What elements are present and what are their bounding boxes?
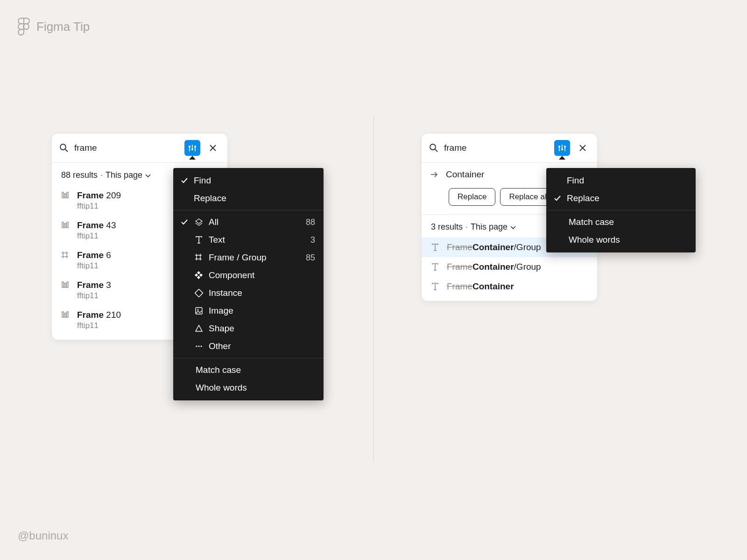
menu-item-replace[interactable]: Replace [173, 189, 324, 207]
menu-divider [546, 210, 696, 210]
text-icon [431, 243, 440, 252]
result-item[interactable]: FrameContainer/Group [422, 257, 597, 277]
menu-filter-all[interactable]: All88 [173, 213, 324, 231]
search-row: frame [422, 133, 597, 163]
result-title: Frame 209 [77, 190, 121, 201]
result-item[interactable]: FrameContainer [422, 277, 597, 296]
footer-credit: @buninux [18, 529, 68, 542]
close-button[interactable] [206, 141, 220, 155]
dots-icon [194, 342, 204, 350]
result-subtitle: fftip11 [77, 231, 116, 241]
search-icon [59, 143, 69, 153]
menu-item-replace[interactable]: Replace [546, 189, 696, 207]
frame-icon [61, 251, 70, 260]
menu-item-find[interactable]: Find [173, 172, 324, 189]
vertical-divider [374, 117, 374, 462]
menu-filter-instance[interactable]: Instance [173, 284, 324, 302]
search-input[interactable]: frame [74, 143, 179, 153]
results-count: 88 results [61, 170, 98, 180]
shape-icon [194, 324, 204, 333]
menu-option-whole-words[interactable]: Whole words [173, 379, 324, 397]
result-subtitle: fftip11 [77, 291, 111, 301]
menu-filter-image[interactable]: Image [173, 302, 324, 320]
menu-divider [173, 210, 324, 210]
text-icon [194, 236, 204, 244]
replace-filter-menu: FindReplace Match caseWhole words [546, 168, 696, 252]
menu-option-whole-words[interactable]: Whole words [546, 231, 696, 249]
component-icon [194, 271, 204, 280]
menu-option-match-case[interactable]: Match case [173, 361, 324, 379]
scope-selector[interactable]: This page [106, 170, 151, 180]
close-button[interactable] [576, 141, 590, 155]
result-title: Frame 3 [77, 280, 111, 290]
result-title: Frame 210 [77, 310, 121, 320]
bars-icon [61, 191, 70, 201]
frame-icon [194, 253, 204, 262]
text-icon [431, 263, 440, 272]
search-icon [429, 143, 438, 153]
bars-icon [61, 221, 70, 231]
result-subtitle: fftip11 [77, 321, 121, 330]
result-title: Frame 43 [77, 220, 116, 231]
layers-icon [194, 218, 204, 226]
page-header: Figma Tip [18, 18, 90, 35]
result-title: FrameContainer [447, 281, 514, 292]
result-subtitle: fftip11 [77, 202, 121, 211]
check-icon [180, 218, 189, 226]
replace-button[interactable]: Replace [449, 188, 495, 206]
result-title: Frame 6 [77, 250, 111, 260]
bars-icon [61, 281, 70, 290]
menu-divider [173, 358, 324, 358]
filter-button[interactable] [184, 140, 200, 156]
check-icon [553, 195, 562, 202]
replace-input[interactable]: Container [446, 169, 484, 180]
search-row: frame [52, 133, 227, 163]
filter-button[interactable] [554, 140, 570, 156]
instance-icon [194, 289, 204, 297]
image-icon [194, 307, 204, 315]
arrow-right-icon [430, 170, 438, 179]
menu-filter-other[interactable]: Other [173, 337, 324, 355]
result-subtitle: fftip11 [77, 261, 111, 271]
page-title: Figma Tip [36, 20, 90, 34]
text-icon [431, 282, 440, 292]
check-icon [180, 177, 189, 184]
menu-filter-frame-group[interactable]: Frame / Group85 [173, 249, 324, 266]
menu-filter-component[interactable]: Component [173, 266, 324, 284]
figma-icon [18, 18, 30, 35]
result-title: FrameContainer/Group [447, 242, 541, 252]
menu-filter-shape[interactable]: Shape [173, 320, 324, 337]
bars-icon [61, 311, 70, 320]
menu-option-match-case[interactable]: Match case [546, 213, 696, 231]
search-input[interactable]: frame [444, 143, 549, 153]
result-title: FrameContainer/Group [447, 262, 541, 272]
scope-selector[interactable]: This page [471, 222, 516, 232]
find-filter-menu: FindReplace All88 Text3 Frame / Group85 … [173, 168, 324, 400]
menu-filter-text[interactable]: Text3 [173, 231, 324, 249]
results-count: 3 results [431, 222, 463, 232]
menu-item-find[interactable]: Find [546, 172, 696, 189]
